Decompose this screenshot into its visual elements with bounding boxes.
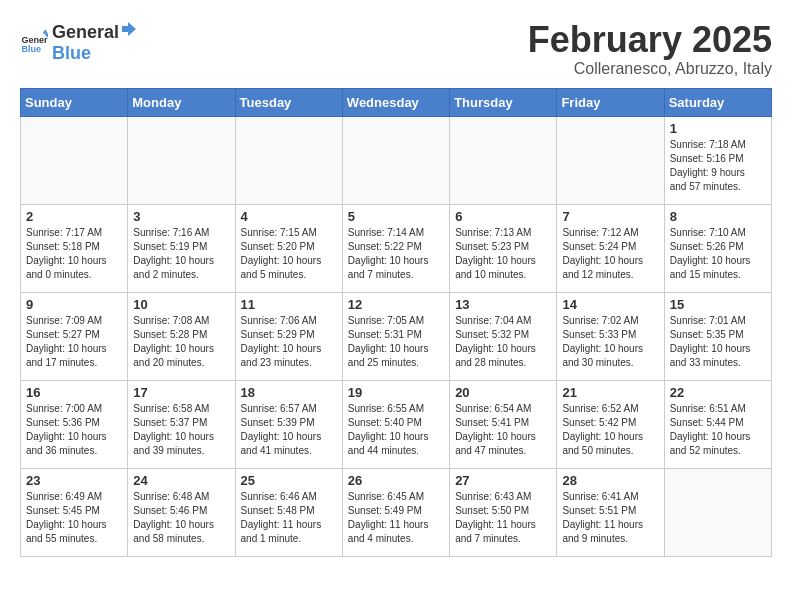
day-cell: 21Sunrise: 6:52 AM Sunset: 5:42 PM Dayli… [557, 380, 664, 468]
day-info: Sunrise: 7:13 AM Sunset: 5:23 PM Dayligh… [455, 226, 551, 282]
weekday-header-wednesday: Wednesday [342, 88, 449, 116]
svg-text:Blue: Blue [21, 44, 41, 54]
svg-marker-2 [42, 29, 48, 33]
svg-marker-4 [122, 22, 136, 36]
day-number: 7 [562, 209, 658, 224]
day-number: 8 [670, 209, 766, 224]
logo-text-general: General [52, 22, 119, 43]
day-info: Sunrise: 7:10 AM Sunset: 5:26 PM Dayligh… [670, 226, 766, 282]
day-cell: 16Sunrise: 7:00 AM Sunset: 5:36 PM Dayli… [21, 380, 128, 468]
day-number: 17 [133, 385, 229, 400]
day-number: 28 [562, 473, 658, 488]
day-info: Sunrise: 7:12 AM Sunset: 5:24 PM Dayligh… [562, 226, 658, 282]
day-info: Sunrise: 7:08 AM Sunset: 5:28 PM Dayligh… [133, 314, 229, 370]
day-cell: 8Sunrise: 7:10 AM Sunset: 5:26 PM Daylig… [664, 204, 771, 292]
day-number: 14 [562, 297, 658, 312]
day-info: Sunrise: 7:14 AM Sunset: 5:22 PM Dayligh… [348, 226, 444, 282]
calendar-title: February 2025 [528, 20, 772, 60]
day-info: Sunrise: 6:51 AM Sunset: 5:44 PM Dayligh… [670, 402, 766, 458]
day-info: Sunrise: 7:15 AM Sunset: 5:20 PM Dayligh… [241, 226, 337, 282]
week-row-3: 9Sunrise: 7:09 AM Sunset: 5:27 PM Daylig… [21, 292, 772, 380]
day-info: Sunrise: 6:46 AM Sunset: 5:48 PM Dayligh… [241, 490, 337, 546]
day-cell [235, 116, 342, 204]
day-cell: 26Sunrise: 6:45 AM Sunset: 5:49 PM Dayli… [342, 468, 449, 556]
title-block: February 2025 Colleranesco, Abruzzo, Ita… [528, 20, 772, 78]
day-cell: 18Sunrise: 6:57 AM Sunset: 5:39 PM Dayli… [235, 380, 342, 468]
day-number: 6 [455, 209, 551, 224]
day-cell: 17Sunrise: 6:58 AM Sunset: 5:37 PM Dayli… [128, 380, 235, 468]
day-cell: 13Sunrise: 7:04 AM Sunset: 5:32 PM Dayli… [450, 292, 557, 380]
logo: General Blue General Blue [20, 20, 139, 64]
day-cell: 11Sunrise: 7:06 AM Sunset: 5:29 PM Dayli… [235, 292, 342, 380]
calendar-subtitle: Colleranesco, Abruzzo, Italy [528, 60, 772, 78]
day-cell: 19Sunrise: 6:55 AM Sunset: 5:40 PM Dayli… [342, 380, 449, 468]
day-info: Sunrise: 6:45 AM Sunset: 5:49 PM Dayligh… [348, 490, 444, 546]
weekday-header-friday: Friday [557, 88, 664, 116]
day-cell: 10Sunrise: 7:08 AM Sunset: 5:28 PM Dayli… [128, 292, 235, 380]
day-info: Sunrise: 6:58 AM Sunset: 5:37 PM Dayligh… [133, 402, 229, 458]
day-cell: 24Sunrise: 6:48 AM Sunset: 5:46 PM Dayli… [128, 468, 235, 556]
page-header: General Blue General Blue February 2025 … [20, 20, 772, 78]
day-cell: 5Sunrise: 7:14 AM Sunset: 5:22 PM Daylig… [342, 204, 449, 292]
day-info: Sunrise: 7:01 AM Sunset: 5:35 PM Dayligh… [670, 314, 766, 370]
day-info: Sunrise: 7:17 AM Sunset: 5:18 PM Dayligh… [26, 226, 122, 282]
day-info: Sunrise: 7:05 AM Sunset: 5:31 PM Dayligh… [348, 314, 444, 370]
day-number: 24 [133, 473, 229, 488]
day-number: 26 [348, 473, 444, 488]
weekday-header-tuesday: Tuesday [235, 88, 342, 116]
day-cell: 27Sunrise: 6:43 AM Sunset: 5:50 PM Dayli… [450, 468, 557, 556]
day-number: 4 [241, 209, 337, 224]
day-cell: 28Sunrise: 6:41 AM Sunset: 5:51 PM Dayli… [557, 468, 664, 556]
day-number: 12 [348, 297, 444, 312]
day-cell: 6Sunrise: 7:13 AM Sunset: 5:23 PM Daylig… [450, 204, 557, 292]
day-number: 23 [26, 473, 122, 488]
day-cell: 25Sunrise: 6:46 AM Sunset: 5:48 PM Dayli… [235, 468, 342, 556]
week-row-5: 23Sunrise: 6:49 AM Sunset: 5:45 PM Dayli… [21, 468, 772, 556]
day-cell: 7Sunrise: 7:12 AM Sunset: 5:24 PM Daylig… [557, 204, 664, 292]
day-number: 10 [133, 297, 229, 312]
day-info: Sunrise: 6:48 AM Sunset: 5:46 PM Dayligh… [133, 490, 229, 546]
day-cell: 22Sunrise: 6:51 AM Sunset: 5:44 PM Dayli… [664, 380, 771, 468]
day-info: Sunrise: 6:43 AM Sunset: 5:50 PM Dayligh… [455, 490, 551, 546]
weekday-header-saturday: Saturday [664, 88, 771, 116]
day-info: Sunrise: 7:16 AM Sunset: 5:19 PM Dayligh… [133, 226, 229, 282]
day-cell: 12Sunrise: 7:05 AM Sunset: 5:31 PM Dayli… [342, 292, 449, 380]
day-cell: 1Sunrise: 7:18 AM Sunset: 5:16 PM Daylig… [664, 116, 771, 204]
day-number: 11 [241, 297, 337, 312]
day-cell [21, 116, 128, 204]
day-info: Sunrise: 6:52 AM Sunset: 5:42 PM Dayligh… [562, 402, 658, 458]
day-cell: 4Sunrise: 7:15 AM Sunset: 5:20 PM Daylig… [235, 204, 342, 292]
day-cell [128, 116, 235, 204]
day-cell: 23Sunrise: 6:49 AM Sunset: 5:45 PM Dayli… [21, 468, 128, 556]
day-cell: 14Sunrise: 7:02 AM Sunset: 5:33 PM Dayli… [557, 292, 664, 380]
calendar-table: SundayMondayTuesdayWednesdayThursdayFrid… [20, 88, 772, 557]
day-info: Sunrise: 6:57 AM Sunset: 5:39 PM Dayligh… [241, 402, 337, 458]
day-cell [342, 116, 449, 204]
logo-icon: General Blue [20, 28, 48, 56]
day-number: 25 [241, 473, 337, 488]
logo-text-blue: Blue [52, 43, 91, 63]
day-number: 15 [670, 297, 766, 312]
day-info: Sunrise: 6:41 AM Sunset: 5:51 PM Dayligh… [562, 490, 658, 546]
day-number: 2 [26, 209, 122, 224]
day-number: 16 [26, 385, 122, 400]
day-number: 13 [455, 297, 551, 312]
day-number: 27 [455, 473, 551, 488]
day-info: Sunrise: 6:55 AM Sunset: 5:40 PM Dayligh… [348, 402, 444, 458]
day-number: 1 [670, 121, 766, 136]
day-cell: 2Sunrise: 7:17 AM Sunset: 5:18 PM Daylig… [21, 204, 128, 292]
day-cell: 9Sunrise: 7:09 AM Sunset: 5:27 PM Daylig… [21, 292, 128, 380]
weekday-header-monday: Monday [128, 88, 235, 116]
weekday-header-row: SundayMondayTuesdayWednesdayThursdayFrid… [21, 88, 772, 116]
day-info: Sunrise: 6:54 AM Sunset: 5:41 PM Dayligh… [455, 402, 551, 458]
day-info: Sunrise: 7:06 AM Sunset: 5:29 PM Dayligh… [241, 314, 337, 370]
week-row-2: 2Sunrise: 7:17 AM Sunset: 5:18 PM Daylig… [21, 204, 772, 292]
day-info: Sunrise: 7:02 AM Sunset: 5:33 PM Dayligh… [562, 314, 658, 370]
day-info: Sunrise: 7:09 AM Sunset: 5:27 PM Dayligh… [26, 314, 122, 370]
day-info: Sunrise: 6:49 AM Sunset: 5:45 PM Dayligh… [26, 490, 122, 546]
day-info: Sunrise: 7:18 AM Sunset: 5:16 PM Dayligh… [670, 138, 766, 194]
day-number: 3 [133, 209, 229, 224]
day-cell [557, 116, 664, 204]
day-cell: 15Sunrise: 7:01 AM Sunset: 5:35 PM Dayli… [664, 292, 771, 380]
day-cell: 20Sunrise: 6:54 AM Sunset: 5:41 PM Dayli… [450, 380, 557, 468]
